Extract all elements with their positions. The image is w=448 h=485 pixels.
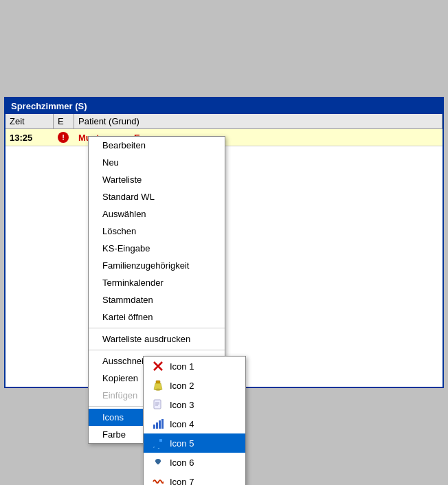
icon7-icon (152, 475, 164, 485)
header-zeit: Zeit (5, 114, 54, 128)
menu-item-auswaehlen[interactable]: Auswählen (89, 205, 225, 223)
menu-item-familienzugehoerigkeit[interactable]: Familienzugehörigkeit (89, 257, 225, 274)
submenu-icon2[interactable]: Icon 2 (144, 376, 245, 395)
svg-rect-9 (156, 422, 158, 429)
warning-icon: ! (58, 132, 69, 143)
submenu-icon7[interactable]: Icon 7 (144, 472, 245, 485)
icon2-icon (152, 379, 164, 392)
svg-marker-13 (153, 447, 155, 448)
window-title: Sprechzimmer (S) (11, 101, 87, 111)
svg-rect-10 (159, 420, 161, 429)
menu-item-ks-eingabe[interactable]: KS-Eingabe (89, 240, 225, 257)
menu-item-kartei-oeffnen[interactable]: Kartei öffnen (89, 308, 225, 326)
icon5-label: Icon 5 (170, 438, 194, 449)
icon7-label: Icon 7 (170, 477, 194, 486)
icon1-icon (152, 360, 164, 372)
menu-item-standard-wl[interactable]: Standard WL (89, 188, 225, 205)
menu-item-warteliste[interactable]: Warteliste (89, 171, 225, 188)
header-e: E (54, 114, 74, 128)
icon6-label: Icon 6 (170, 458, 194, 468)
menu-item-terminkalender[interactable]: Terminkalender (89, 274, 225, 291)
menu-item-stammdaten[interactable]: Stammdaten (89, 291, 225, 308)
table-body: 13:25 ! Mustermann E Bearbeiten Neu Wart… (5, 129, 443, 387)
title-bar: Sprechzimmer (S) (5, 98, 443, 114)
cell-time: 13:25 (5, 130, 54, 146)
menu-item-neu[interactable]: Neu (89, 154, 225, 171)
icon4-icon (152, 418, 164, 430)
svg-rect-11 (161, 419, 164, 429)
svg-point-3 (155, 389, 161, 391)
icon2-label: Icon 2 (170, 381, 194, 391)
menu-item-loeschen[interactable]: Löschen (89, 223, 225, 240)
cell-e: ! (54, 129, 74, 146)
submenu-icon5[interactable]: Icon 5 (144, 433, 245, 453)
separator-1 (89, 328, 225, 328)
svg-rect-8 (153, 425, 155, 429)
table-header: Zeit E Patient (Grund) (5, 114, 443, 129)
icons-submenu: Icon 1 Icon 2 (143, 356, 246, 485)
menu-item-warteliste-ausdrucken[interactable]: Warteliste ausdrucken (89, 330, 225, 348)
submenu-icon4[interactable]: Icon 4 (144, 414, 245, 433)
icon6-icon (152, 456, 164, 469)
svg-rect-14 (159, 439, 162, 442)
svg-rect-2 (156, 381, 160, 383)
main-window: Sprechzimmer (S) Zeit E Patient (Grund) … (4, 97, 444, 388)
icon3-icon (152, 398, 164, 411)
submenu-icon3[interactable]: Icon 3 (144, 395, 245, 414)
svg-rect-12 (154, 448, 160, 449)
submenu-icon1[interactable]: Icon 1 (144, 357, 245, 376)
separator-2 (89, 350, 225, 350)
icon5-icon (152, 437, 164, 449)
icon4-label: Icon 4 (170, 419, 194, 429)
submenu-icon6[interactable]: Icon 6 (144, 453, 245, 472)
icon1-label: Icon 1 (170, 361, 194, 372)
icon3-label: Icon 3 (170, 400, 194, 410)
header-patient: Patient (Grund) (74, 114, 443, 128)
menu-item-bearbeiten[interactable]: Bearbeiten (89, 137, 225, 154)
